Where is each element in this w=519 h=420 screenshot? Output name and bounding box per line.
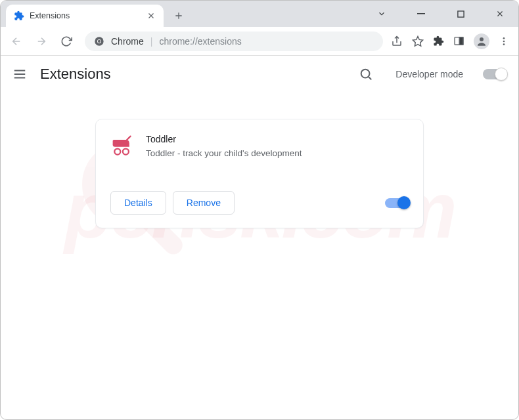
star-icon[interactable] xyxy=(412,35,424,47)
svg-point-15 xyxy=(123,149,129,155)
svg-point-6 xyxy=(98,39,101,42)
close-icon[interactable] xyxy=(147,11,156,20)
menu-dots-icon[interactable] xyxy=(499,36,509,47)
window-controls xyxy=(369,1,513,27)
toolbar-actions xyxy=(391,33,513,49)
remove-button[interactable]: Remove xyxy=(173,191,235,215)
sidepanel-icon[interactable] xyxy=(453,35,464,47)
url-text: Chrome | chrome://extensions xyxy=(111,36,242,47)
new-tab-button[interactable] xyxy=(169,6,189,26)
extension-name: Toddler xyxy=(146,134,409,144)
svg-rect-3 xyxy=(457,10,463,16)
minimize-button[interactable] xyxy=(408,1,434,27)
chevron-down-icon[interactable] xyxy=(369,1,395,27)
share-icon[interactable] xyxy=(391,35,403,47)
developer-mode-label: Developer mode xyxy=(395,69,463,79)
extension-app-icon xyxy=(110,134,134,158)
page-header: Extensions Developer mode xyxy=(1,56,518,93)
details-button[interactable]: Details xyxy=(110,191,166,215)
svg-rect-8 xyxy=(459,37,463,45)
puzzle-icon xyxy=(14,10,24,21)
reload-button[interactable] xyxy=(56,31,77,52)
tab-bar: Extensions xyxy=(1,1,518,27)
extension-description: Toddler - track your child's development xyxy=(146,148,409,158)
search-icon[interactable] xyxy=(359,67,373,81)
extension-card: Toddler Toddler - track your child's dev… xyxy=(95,119,424,228)
svg-point-9 xyxy=(480,37,484,41)
close-window-button[interactable] xyxy=(487,1,513,27)
svg-rect-2 xyxy=(417,13,425,14)
hamburger-icon[interactable] xyxy=(12,67,27,81)
tab-title: Extensions xyxy=(30,11,141,20)
address-bar[interactable]: Chrome | chrome://extensions xyxy=(85,32,383,51)
svg-point-13 xyxy=(361,70,370,78)
maximize-button[interactable] xyxy=(447,1,474,27)
svg-point-12 xyxy=(503,43,505,45)
browser-toolbar: Chrome | chrome://extensions xyxy=(1,27,518,56)
back-button[interactable] xyxy=(6,31,27,52)
extension-enable-toggle[interactable] xyxy=(385,198,409,208)
extensions-icon[interactable] xyxy=(433,35,444,47)
svg-point-14 xyxy=(114,149,120,155)
page-title: Extensions xyxy=(40,66,111,83)
content-area: Toddler Toddler - track your child's dev… xyxy=(1,93,518,228)
profile-avatar[interactable] xyxy=(474,33,489,49)
developer-mode-toggle[interactable] xyxy=(483,69,507,79)
forward-button[interactable] xyxy=(31,31,52,52)
svg-point-11 xyxy=(503,40,505,42)
chrome-icon xyxy=(94,36,104,47)
browser-tab[interactable]: Extensions xyxy=(6,5,164,27)
svg-point-10 xyxy=(503,37,505,39)
